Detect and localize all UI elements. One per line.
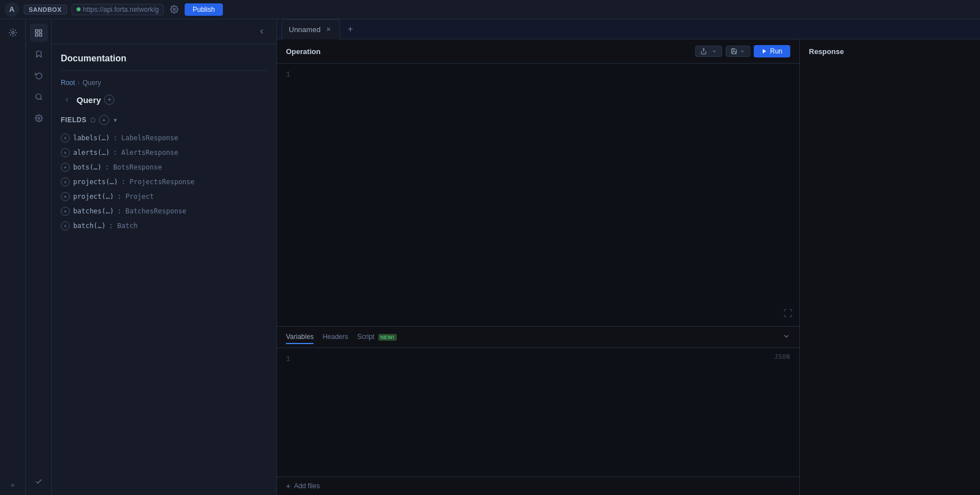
new-badge: NEW! [378, 334, 397, 341]
search-icon-btn[interactable] [30, 88, 48, 106]
run-button[interactable]: Run [754, 45, 790, 57]
sort-icon[interactable]: ⬡ [90, 117, 96, 124]
field-add-project[interactable]: + [61, 192, 70, 201]
top-bar: A SANDBOX https://api.forta.network/g Pu… [0, 0, 980, 19]
field-item-project[interactable]: + project(…) : Project [61, 189, 267, 204]
fullscreen-icon[interactable]: ⛶ [784, 309, 793, 319]
settings-button[interactable] [168, 3, 180, 15]
save-button[interactable] [726, 46, 750, 57]
collapse-panel-button[interactable] [254, 24, 270, 39]
svg-line-9 [15, 30, 16, 31]
operation-code-editor[interactable]: 1 ⛶ [277, 64, 799, 326]
url-text: https://api.forta.network/g [83, 6, 159, 14]
main-area: » [0, 19, 980, 495]
expand-icon[interactable]: » [8, 479, 16, 490]
operation-header: Operation [277, 39, 799, 64]
fields-label: Fields [61, 116, 87, 124]
tab-unnamed[interactable]: Unnamed ✕ [281, 19, 340, 39]
publish-button[interactable]: Publish [185, 3, 222, 16]
svg-point-1 [12, 32, 14, 34]
variables-line-1: 1 [286, 355, 290, 363]
svg-rect-13 [35, 33, 38, 35]
back-button[interactable] [61, 93, 73, 106]
breadcrumb-separator: › [78, 80, 79, 86]
icon-rail: » [0, 19, 26, 495]
breadcrumb: Root › Query [61, 79, 267, 87]
bottom-collapse-button[interactable] [782, 332, 790, 342]
bookmark-icon-btn[interactable] [30, 45, 48, 63]
app-logo: A [5, 2, 19, 17]
query-header: Query + [61, 93, 267, 106]
svg-rect-12 [39, 33, 42, 35]
doc-divider [61, 70, 267, 71]
bottom-panel: Variables Headers Script NEW! [277, 326, 799, 495]
settings-icon-btn[interactable] [30, 109, 48, 127]
doc-content: Documentation Root › Query Query + Field… [52, 44, 276, 495]
response-title: Response [809, 47, 844, 56]
run-label: Run [770, 47, 782, 55]
svg-point-16 [38, 117, 40, 119]
tab-label: Unnamed [289, 25, 320, 34]
line-number-1: 1 [286, 70, 290, 79]
check-icon-btn[interactable] [30, 472, 48, 490]
network-icon[interactable] [4, 24, 22, 42]
tab-headers[interactable]: Headers [323, 331, 348, 344]
fields-chevron-icon[interactable]: ▾ [114, 117, 117, 124]
breadcrumb-root[interactable]: Root [61, 79, 75, 87]
operation-left: Operation [277, 39, 800, 495]
add-files-plus-icon: + [286, 481, 290, 490]
field-item-alerts[interactable]: + alerts(…) : AlertsResponse [61, 145, 267, 160]
breadcrumb-current: Query [83, 79, 101, 87]
operation-panel: Operation [277, 39, 980, 495]
operation-actions: Run [695, 45, 790, 57]
gear-icon [170, 5, 178, 14]
share-button[interactable] [695, 46, 722, 57]
field-item-batches[interactable]: + batches(…) : BatchesResponse [61, 204, 267, 218]
svg-line-8 [10, 34, 11, 35]
svg-line-4 [10, 30, 11, 31]
grid-icon-btn[interactable] [30, 24, 48, 42]
field-add-batches[interactable]: + [61, 207, 70, 216]
field-add-labels[interactable]: + [61, 133, 70, 142]
fields-header: Fields ⬡ + ▾ [61, 115, 267, 125]
field-item-projects[interactable]: + projects(…) : ProjectsResponse [61, 175, 267, 189]
field-add-projects[interactable]: + [61, 177, 70, 186]
svg-line-5 [15, 34, 16, 35]
history-icon-btn[interactable] [30, 66, 48, 84]
tab-script[interactable]: Script NEW! [357, 331, 397, 344]
connection-status-dot [77, 7, 80, 11]
svg-marker-18 [763, 49, 766, 53]
url-bar[interactable]: https://api.forta.network/g [71, 4, 164, 15]
variables-editor[interactable]: 1 JSON [277, 348, 799, 476]
field-add-bots[interactable]: + [61, 163, 70, 172]
svg-rect-11 [39, 29, 42, 32]
doc-toolbar [52, 19, 276, 44]
rail-bottom: » [8, 479, 16, 490]
field-item-bots[interactable]: + bots(…) : BotsResponse [61, 160, 267, 175]
add-files-row[interactable]: + Add files [277, 476, 799, 495]
doc-panel: Documentation Root › Query Query + Field… [52, 19, 277, 495]
bottom-tabs: Variables Headers Script NEW! [277, 327, 799, 348]
json-label: JSON [775, 354, 790, 360]
tab-close-button[interactable]: ✕ [324, 25, 333, 34]
add-tab-button[interactable]: + [342, 21, 358, 37]
sandbox-badge: SANDBOX [24, 5, 67, 15]
response-panel: Response [800, 39, 980, 495]
tab-variables[interactable]: Variables [286, 331, 314, 344]
svg-line-15 [40, 99, 42, 100]
field-item-labels[interactable]: + labels(…) : LabelsResponse [61, 131, 267, 145]
add-field-button[interactable]: + [99, 115, 109, 125]
editor-area: Unnamed ✕ + Operation [277, 19, 980, 495]
svg-rect-10 [35, 29, 38, 32]
operation-title: Operation [286, 47, 320, 56]
field-item-batch[interactable]: + batch(…) : Batch [61, 218, 267, 233]
svg-point-14 [35, 94, 41, 99]
add-files-label: Add files [294, 482, 320, 490]
field-add-batch[interactable]: + [61, 221, 70, 230]
fields-list: + labels(…) : LabelsResponse + alerts(…)… [61, 131, 267, 233]
svg-point-0 [173, 8, 176, 11]
add-query-button[interactable]: + [104, 95, 114, 105]
field-add-alerts[interactable]: + [61, 148, 70, 157]
second-rail [26, 19, 52, 495]
doc-title: Documentation [61, 53, 267, 64]
